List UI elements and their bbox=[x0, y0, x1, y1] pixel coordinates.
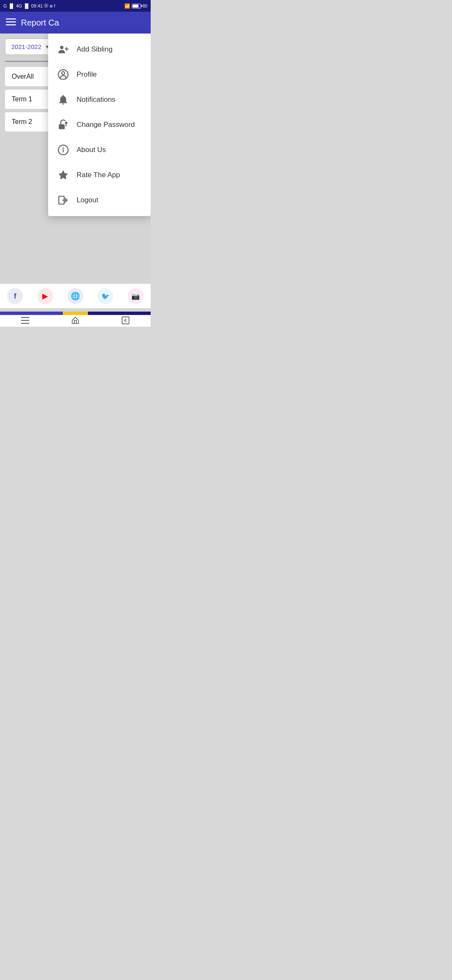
svg-rect-6 bbox=[59, 124, 65, 129]
wifi-icon: 📶 bbox=[124, 3, 130, 9]
add-sibling-icon bbox=[56, 43, 70, 56]
youtube-icon: ▶ bbox=[42, 291, 48, 301]
status-right: 📶 80 bbox=[124, 3, 147, 9]
add-sibling-label: Add Sibling bbox=[77, 45, 113, 54]
status-left: G ▐▌ 4G ▐▌ 09:41 Ⓑ ⊕ f bbox=[3, 3, 55, 9]
stripe-yellow bbox=[63, 312, 88, 315]
app-title: Report Ca bbox=[21, 18, 59, 28]
network-indicator: G bbox=[3, 3, 7, 8]
svg-rect-2 bbox=[6, 24, 16, 26]
rate-app-label: Rate The App bbox=[77, 171, 120, 179]
instagram-social-button[interactable]: 📷 bbox=[128, 288, 144, 304]
svg-point-5 bbox=[62, 72, 65, 75]
rate-icon bbox=[56, 168, 70, 182]
about-us-label: About Us bbox=[77, 146, 106, 154]
svg-marker-13 bbox=[58, 170, 68, 179]
nav-home-button[interactable] bbox=[71, 316, 80, 326]
signal-bars: ▐▌ bbox=[8, 3, 15, 8]
about-icon bbox=[56, 143, 70, 157]
stripe-blue-left bbox=[0, 312, 63, 315]
svg-rect-0 bbox=[6, 18, 16, 20]
bottom-navigation bbox=[0, 315, 151, 327]
logout-label: Logout bbox=[77, 196, 98, 204]
notifications-label: Notifications bbox=[77, 95, 116, 104]
globe-icon: 🌐 bbox=[71, 291, 80, 301]
year-value: 2021-2022 bbox=[11, 43, 41, 50]
circle-icon: ⊕ bbox=[49, 4, 53, 8]
menu-item-profile[interactable]: Profile bbox=[48, 62, 151, 87]
status-bar: G ▐▌ 4G ▐▌ 09:41 Ⓑ ⊕ f 📶 80 bbox=[0, 0, 151, 12]
bottom-stripe bbox=[0, 312, 151, 315]
change-password-icon bbox=[56, 118, 70, 132]
svg-rect-19 bbox=[122, 317, 129, 324]
fb-icon: f bbox=[54, 4, 55, 8]
change-password-label: Change Password bbox=[77, 121, 135, 129]
network-4g: 4G bbox=[16, 3, 22, 8]
b-icon: Ⓑ bbox=[44, 3, 48, 9]
nav-back-button[interactable] bbox=[121, 316, 130, 326]
svg-point-3 bbox=[60, 46, 63, 49]
svg-rect-17 bbox=[21, 320, 29, 321]
svg-rect-1 bbox=[6, 21, 16, 23]
menu-item-about-us[interactable]: About Us bbox=[48, 137, 151, 162]
bottom-social-bar: f ▶ 🌐 🐦 📷 bbox=[0, 284, 151, 308]
youtube-social-button[interactable]: ▶ bbox=[37, 288, 53, 304]
instagram-icon: 📷 bbox=[131, 292, 140, 300]
menu-item-add-sibling[interactable]: Add Sibling bbox=[48, 37, 151, 62]
signal-bars-2: ▐▌ bbox=[23, 3, 30, 8]
profile-label: Profile bbox=[77, 70, 97, 79]
svg-rect-16 bbox=[21, 317, 29, 318]
nav-menu-button[interactable] bbox=[21, 317, 29, 325]
hamburger-menu[interactable] bbox=[6, 17, 16, 28]
facebook-icon: f bbox=[14, 292, 16, 301]
logout-icon bbox=[56, 193, 70, 207]
notifications-icon bbox=[56, 93, 70, 106]
svg-point-7 bbox=[65, 121, 67, 124]
menu-item-rate-app[interactable]: Rate The App bbox=[48, 162, 151, 188]
facebook-social-button[interactable]: f bbox=[7, 288, 23, 304]
profile-icon bbox=[56, 68, 70, 81]
twitter-icon: 🐦 bbox=[101, 292, 110, 300]
time: 09:41 bbox=[31, 3, 43, 8]
content-wrapper: 2021-2022 ▼ OverAll Term 1 Term 2 Add bbox=[0, 34, 151, 327]
twitter-social-button[interactable]: 🐦 bbox=[98, 288, 113, 304]
website-social-button[interactable]: 🌐 bbox=[67, 288, 83, 304]
dropdown-menu: Add Sibling Profile Notifications bbox=[48, 34, 151, 216]
app-bar: Report Ca bbox=[0, 12, 151, 34]
battery-level: 80 bbox=[143, 4, 147, 8]
svg-rect-18 bbox=[21, 323, 29, 324]
menu-item-notifications[interactable]: Notifications bbox=[48, 87, 151, 112]
battery-fill bbox=[133, 5, 139, 8]
menu-item-change-password[interactable]: Change Password bbox=[48, 112, 151, 137]
stripe-blue-right bbox=[88, 312, 151, 315]
battery-icon bbox=[132, 4, 141, 8]
menu-item-logout[interactable]: Logout bbox=[48, 188, 151, 213]
